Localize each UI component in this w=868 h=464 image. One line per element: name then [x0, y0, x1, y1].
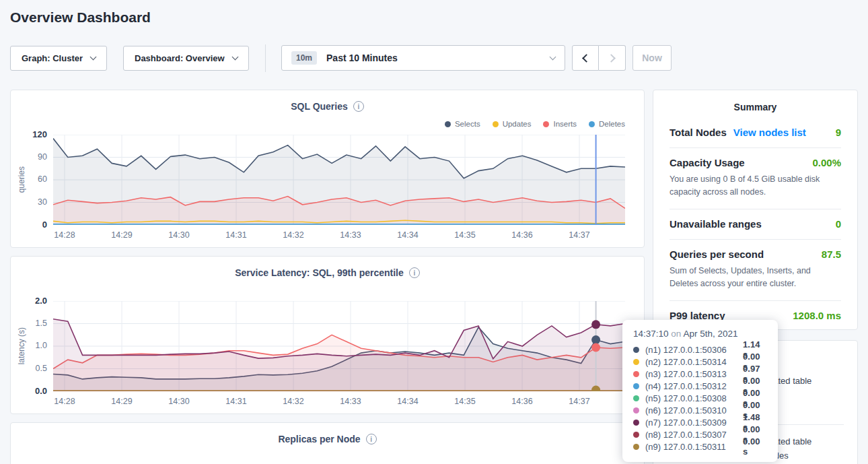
series-dot-icon: [633, 420, 639, 426]
chart-legend: SelectsUpdatesInsertsDeletes: [445, 120, 625, 128]
dashboard-dropdown[interactable]: Dashboard: Overview: [123, 46, 249, 71]
info-icon[interactable]: [366, 434, 377, 444]
toolbar-divider: [265, 44, 266, 72]
summary-value: 87.5: [822, 248, 841, 260]
tooltip-timestamp: 14:37:10 on Apr 5th, 2021: [633, 329, 767, 339]
legend-item-inserts[interactable]: Inserts: [543, 120, 577, 128]
y-axis-tick: 120: [11, 129, 47, 139]
chart-hover-tooltip: 14:37:10 on Apr 5th, 2021 (n1) 127.0.0.1…: [622, 320, 778, 462]
legend-dot-icon: [493, 121, 499, 127]
summary-row-capacity-usage: Capacity Usage 0.00% You are using 0 B o…: [670, 148, 841, 209]
y-axis-tick: 1.0: [11, 341, 47, 350]
x-axis-tick: 14:34: [392, 230, 424, 240]
info-icon[interactable]: [409, 267, 420, 278]
service-latency-chart-card: Service Latency: SQL, 99th percentile la…: [10, 256, 645, 414]
x-axis-tick: 14:31: [220, 230, 252, 240]
y-axis-tick: 0.0: [11, 386, 47, 396]
view-nodes-list-link[interactable]: View nodes list: [733, 127, 806, 138]
summary-description: Sum of Selects, Updates, Inserts, and De…: [670, 265, 841, 291]
x-axis-tick: 14:37: [563, 397, 595, 406]
service-latency-plot[interactable]: [53, 301, 625, 391]
x-axis-tick: 14:28: [48, 230, 81, 240]
legend-item-deletes[interactable]: Deletes: [589, 120, 625, 128]
legend-item-updates[interactable]: Updates: [493, 120, 532, 128]
chevron-right-icon: [607, 54, 616, 63]
summary-value: 0: [836, 218, 841, 230]
sql-queries-chart-card: SQL Queries SelectsUpdatesInsertsDeletes…: [10, 90, 645, 248]
legend-dot-icon: [543, 121, 549, 127]
chart-title-row: SQL Queries: [11, 101, 644, 112]
graph-dropdown[interactable]: Graph: Cluster: [10, 46, 107, 71]
x-axis-tick: 14:33: [334, 397, 367, 406]
x-axis-tick: 14:30: [163, 397, 195, 406]
summary-row-total-nodes: Total Nodes View nodes list 9: [670, 118, 841, 148]
time-next-button[interactable]: [599, 45, 626, 71]
x-axis-tick: 14:35: [449, 230, 481, 240]
series-dot-icon: [633, 359, 639, 365]
summary-panel: Summary Total Nodes View nodes list 9 Ca…: [653, 90, 858, 330]
chart-title-row: Replicas per Node: [11, 434, 644, 444]
summary-label: Capacity Usage: [670, 157, 745, 168]
tooltip-node-row: (n9) 127.0.0.1:503110.00 s: [633, 440, 767, 453]
x-axis-tick: 14:37: [563, 230, 595, 240]
chart-title: Service Latency: SQL, 99th percentile: [235, 267, 404, 278]
summary-heading: Summary: [670, 90, 841, 118]
graph-dropdown-label: Graph: Cluster: [22, 53, 83, 63]
replicas-per-node-chart-card: Replicas per Node: [10, 422, 645, 464]
x-axis-tick: 14:32: [277, 397, 310, 406]
legend-dot-icon: [445, 121, 451, 127]
legend-item-selects[interactable]: Selects: [445, 120, 480, 128]
time-range-picker[interactable]: 10m Past 10 Minutes: [281, 45, 565, 71]
x-axis-tick: 14:34: [392, 397, 424, 406]
chart-title: Replicas per Node: [278, 434, 360, 444]
summary-value: 0.00%: [812, 157, 841, 168]
chevron-down-icon: [550, 53, 556, 60]
summary-row-unavailable-ranges: Unavailable ranges 0: [670, 209, 841, 240]
summary-label: P99 latency: [670, 310, 725, 321]
y-axis-tick: 30: [11, 197, 47, 207]
summary-label: Unavailable ranges: [670, 218, 762, 230]
time-range-label: Past 10 Minutes: [326, 53, 398, 63]
y-axis-tick: 0: [11, 220, 47, 230]
x-axis-tick: 14:32: [277, 230, 310, 240]
dashboard-dropdown-label: Dashboard: Overview: [135, 53, 225, 63]
page-title: Overview Dashboard: [10, 9, 151, 26]
sql-queries-plot[interactable]: [53, 135, 625, 225]
time-prev-button[interactable]: [572, 45, 599, 71]
series-dot-icon: [633, 371, 639, 377]
series-dot-icon: [633, 347, 639, 353]
series-dot-icon: [633, 444, 639, 450]
summary-value: 9: [836, 127, 841, 138]
time-range-badge: 10m: [291, 51, 317, 65]
y-axis-tick: 2.0: [11, 296, 47, 306]
x-axis-tick: 14:30: [163, 230, 195, 240]
x-axis-tick: 14:35: [449, 397, 481, 406]
info-icon[interactable]: [353, 101, 364, 112]
y-axis-tick: 1.5: [11, 319, 47, 328]
y-axis-tick: 90: [11, 152, 47, 162]
time-nav-group: [572, 45, 626, 71]
summary-row-queries-per-second: Queries per second 87.5 Sum of Selects, …: [670, 240, 841, 301]
chevron-down-icon: [231, 54, 238, 61]
x-axis-tick: 14:31: [220, 397, 252, 406]
summary-description: You are using 0 B of 4.5 GiB usable disk…: [670, 173, 841, 199]
x-axis-tick: 14:36: [506, 397, 538, 406]
chevron-left-icon: [582, 54, 591, 63]
series-dot-icon: [633, 407, 639, 413]
legend-dot-icon: [589, 121, 595, 127]
series-dot-icon: [633, 395, 639, 401]
summary-label: Total Nodes: [670, 127, 727, 138]
series-dot-icon: [633, 383, 639, 389]
chart-title-row: Service Latency: SQL, 99th percentile: [11, 267, 644, 278]
summary-label: Queries per second: [670, 248, 764, 260]
chevron-down-icon: [90, 54, 97, 61]
x-axis-tick: 14:29: [106, 397, 138, 406]
now-button[interactable]: Now: [632, 45, 672, 71]
y-axis-tick: 60: [11, 174, 47, 184]
chart-title: SQL Queries: [291, 101, 348, 112]
x-axis-tick: 14:33: [334, 230, 367, 240]
x-axis-tick: 14:28: [48, 397, 81, 406]
series-dot-icon: [633, 432, 639, 438]
x-axis-tick: 14:36: [506, 230, 538, 240]
y-axis-tick: 0.5: [11, 364, 47, 373]
